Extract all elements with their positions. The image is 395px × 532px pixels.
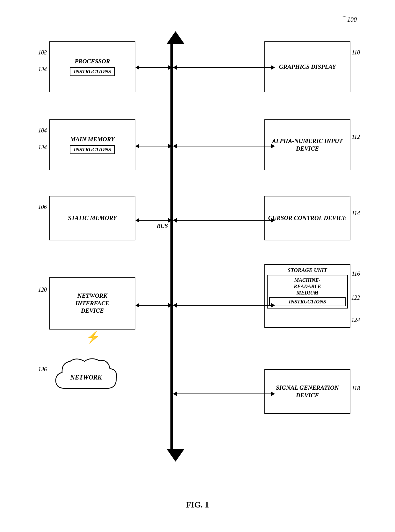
storage-bus-arrow: [173, 303, 275, 308]
graphics-display-label: GRAPHICS DISPLAY: [279, 63, 336, 71]
main-memory-block: MAIN MEMORY INSTRUCTIONS: [49, 119, 135, 170]
processor-block: PROCESSOR INSTRUCTIONS: [49, 41, 135, 92]
bus-shaft: [170, 44, 173, 451]
ref-122: 122: [351, 294, 360, 301]
ref-118: 118: [352, 385, 360, 392]
network-bus-arrow-left: [135, 303, 172, 308]
main-memory-label: MAIN MEMORY: [70, 136, 115, 143]
machine-readable-label: MACHINE-READABLEMEDIUM: [294, 277, 321, 295]
ref-126-arrow: ⌐: [42, 366, 46, 373]
processor-bus-arrow: [135, 65, 172, 70]
signal-generation-label: SIGNAL GENERATION DEVICE: [265, 384, 350, 399]
static-bus-arrow: [135, 218, 172, 223]
ref-124-mem-arrow: ⌐: [42, 144, 46, 151]
ref-124-proc-arrow: ⌐: [42, 66, 46, 73]
ref-112: 112: [352, 134, 360, 140]
diagram-container: 100 ⌒ BUS 102 ⌐ 124 ⌐ PROCESSOR INSTRUCT…: [19, 13, 376, 513]
static-memory-block: STATIC MEMORY: [49, 196, 135, 240]
ref-116: 116: [352, 271, 360, 277]
processor-instructions: INSTRUCTIONS: [70, 67, 115, 76]
signal-bus-arrow: [173, 392, 275, 396]
memory-bus-arrow: [135, 144, 172, 148]
ref-102-arrow: ⌐: [42, 49, 46, 56]
graphics-bus-arrow: [173, 65, 275, 70]
alpha-bus-arrow: [173, 144, 275, 148]
alpha-numeric-label: ALPHA-NUMERIC INPUT DEVICE: [265, 137, 350, 153]
cursor-bus-arrow: [173, 218, 275, 223]
network-interface-block: NETWORKINTERFACEDEVICE: [49, 277, 135, 330]
ref-100: 100: [347, 16, 357, 23]
graphics-display-block: GRAPHICS DISPLAY: [264, 41, 350, 92]
ref-106-arrow: ⌐: [42, 204, 46, 210]
bus-arrow-down: [167, 449, 184, 462]
ref-110: 110: [352, 49, 360, 56]
lightning-bolt: ⚡: [86, 330, 100, 344]
storage-unit-label: STORAGE UNIT: [288, 267, 327, 273]
storage-instructions: INSTRUCTIONS: [269, 297, 346, 306]
storage-unit-block: STORAGE UNIT MACHINE-READABLEMEDIUM INST…: [264, 264, 350, 328]
network-interface-label: NETWORKINTERFACEDEVICE: [75, 292, 109, 315]
ref-114: 114: [352, 210, 360, 217]
ref-100-curve: ⌒: [341, 15, 347, 23]
ref-124-storage: 124: [351, 317, 360, 323]
network-cloud: NETWORK: [49, 353, 123, 401]
cursor-control-block: CURSOR CONTROL DEVICE: [264, 196, 350, 240]
cursor-control-label: CURSOR CONTROL DEVICE: [268, 214, 347, 222]
processor-label: PROCESSOR: [75, 58, 110, 65]
main-memory-instructions: INSTRUCTIONS: [70, 145, 115, 154]
alpha-numeric-block: ALPHA-NUMERIC INPUT DEVICE: [264, 119, 350, 170]
static-memory-label: STATIC MEMORY: [68, 214, 117, 222]
ref-104-arrow: ⌐: [42, 127, 46, 134]
signal-generation-block: SIGNAL GENERATION DEVICE: [264, 369, 350, 414]
bus-arrow-up: [167, 31, 184, 44]
network-label: NETWORK: [70, 374, 102, 381]
machine-readable-box: MACHINE-READABLEMEDIUM INSTRUCTIONS: [267, 275, 348, 309]
figure-label: FIG. 1: [186, 500, 209, 510]
ref-120-arrow: ⌐: [42, 287, 46, 293]
bus-label: BUS: [157, 223, 168, 230]
